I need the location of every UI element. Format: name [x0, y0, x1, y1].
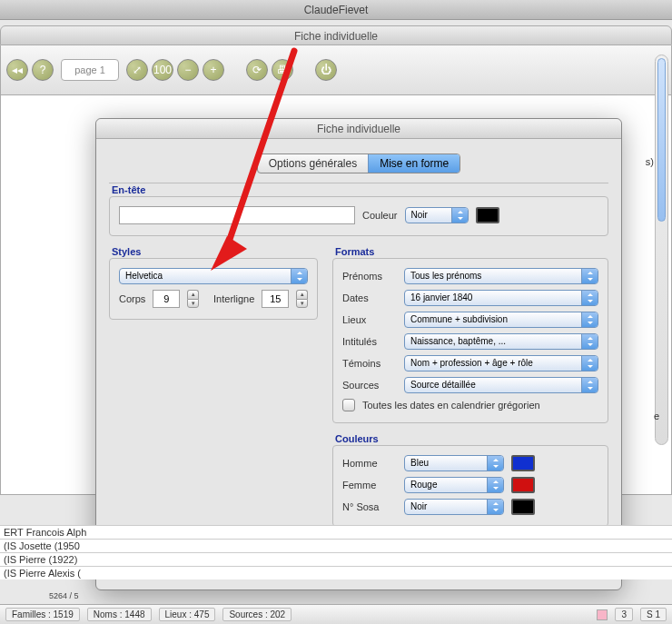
corps-input[interactable] — [153, 290, 180, 308]
print-button[interactable]: 🖶 — [272, 59, 293, 81]
entete-couleur-select[interactable]: Noir — [405, 207, 469, 223]
couleur-femme-select[interactable]: Rouge — [404, 477, 504, 493]
format-row-label: Témoins — [342, 358, 397, 369]
entete-legend: En-tête — [112, 184, 145, 195]
entete-couleur-label: Couleur — [362, 210, 398, 221]
fieldset-couleurs: Couleurs HommeBleu FemmeRouge N° SosaNoi… — [332, 445, 608, 527]
list-item[interactable]: (IS Josette (1950 — [0, 539, 672, 552]
gregorian-label: Toutes les dates en calendrier grégorien — [362, 400, 540, 411]
couleur-homme-select[interactable]: Bleu — [404, 455, 504, 471]
side-fragment-s: s) — [646, 156, 654, 167]
help-button[interactable]: ? — [32, 59, 54, 81]
dialog-tabbar: Options générales Mise en forme — [96, 154, 621, 173]
zoom-out-button[interactable]: − — [177, 59, 199, 81]
couleur-femme-swatch[interactable] — [511, 477, 535, 493]
zoom-in-button[interactable]: + — [203, 59, 224, 81]
status-col-a: 3 — [615, 608, 633, 621]
couleurs-legend: Couleurs — [335, 433, 379, 444]
format-row-label: Intitulés — [342, 336, 397, 347]
format-lieux-select[interactable]: Commune + subdivision — [404, 312, 598, 328]
power-button[interactable]: ⏻ — [315, 59, 337, 81]
list-item[interactable]: (IS Pierre Alexis ( — [0, 566, 672, 579]
status-lieux: Lieux : 475 — [159, 608, 216, 621]
interligne-label: Interligne — [213, 293, 254, 304]
status-sources: Sources : 202 — [222, 608, 292, 621]
format-row-label: Lieux — [342, 314, 397, 325]
dialog-title: Fiche individuelle — [96, 119, 621, 139]
nav-first-button[interactable]: ◂◂ — [6, 59, 28, 81]
zoom-100-button[interactable]: 100 — [152, 59, 173, 81]
format-intitules-select[interactable]: Naissance, baptême, ... — [404, 333, 598, 350]
fieldset-formats: Formats PrénomsTous les prénoms Dates16 … — [332, 258, 608, 423]
window-titlebar: Fiche individuelle — [0, 25, 672, 45]
main-toolbar: ◂◂ ? page 1 ⤢ 100 − + ⟳ 🖶 ⏻ — [0, 45, 672, 95]
couleur-row-label: Femme — [342, 480, 397, 490]
styles-legend: Styles — [112, 246, 141, 257]
zoom-fit-button[interactable]: ⤢ — [126, 59, 148, 81]
status-familles: Familles : 1519 — [5, 608, 80, 621]
refresh-button[interactable]: ⟳ — [246, 59, 268, 81]
fieldset-styles: Styles Helvetica Corps ▴▾ Interligne ▴▾ — [109, 258, 318, 320]
print-settings-dialog: Fiche individuelle Options générales Mis… — [95, 118, 622, 590]
list-count: 5264 / 5 — [49, 591, 79, 600]
status-color-chip — [597, 609, 608, 620]
couleur-sosa-swatch[interactable] — [511, 499, 535, 515]
entete-input[interactable] — [119, 206, 355, 224]
format-temoins-select[interactable]: Nom + profession + âge + rôle — [404, 355, 598, 371]
format-row-label: Sources — [342, 380, 397, 391]
interligne-stepper[interactable]: ▴▾ — [296, 290, 308, 308]
vertical-scrollbar[interactable] — [655, 54, 668, 445]
fieldset-entete: En-tête Couleur Noir — [109, 196, 608, 236]
page-input[interactable]: page 1 — [61, 59, 119, 81]
tab-format[interactable]: Mise en forme — [368, 154, 460, 173]
formats-legend: Formats — [335, 246, 374, 257]
entete-couleur-swatch[interactable] — [476, 207, 499, 223]
format-row-label: Prénoms — [342, 271, 397, 282]
side-fragment-e: e — [654, 411, 659, 421]
format-sources-select[interactable]: Source détaillée — [404, 377, 598, 393]
format-prenoms-select[interactable]: Tous les prénoms — [404, 268, 598, 284]
status-noms: Noms : 1448 — [87, 608, 152, 621]
app-titlebar: ClaudeFievet — [0, 0, 672, 20]
couleur-row-label: Homme — [342, 458, 397, 469]
format-row-label: Dates — [342, 292, 397, 303]
dialog-separator — [109, 183, 608, 183]
format-dates-select[interactable]: 16 janvier 1840 — [404, 290, 598, 306]
gregorian-checkbox[interactable] — [342, 399, 355, 411]
font-select[interactable]: Helvetica — [119, 268, 308, 284]
statusbar: Familles : 1519 Noms : 1448 Lieux : 475 … — [0, 604, 672, 624]
list-item[interactable]: ERT Francois Alph — [0, 525, 672, 539]
corps-stepper[interactable]: ▴▾ — [187, 290, 199, 308]
tab-general[interactable]: Options générales — [258, 154, 368, 173]
couleur-sosa-select[interactable]: Noir — [404, 499, 504, 515]
status-col-b: S 1 — [640, 608, 667, 621]
couleur-row-label: N° Sosa — [342, 501, 397, 512]
couleur-homme-swatch[interactable] — [511, 455, 535, 471]
corps-label: Corps — [119, 293, 145, 304]
scrollbar-thumb[interactable] — [657, 58, 666, 222]
bg-person-list: ERT Francois Alph (IS Josette (1950 (IS … — [0, 525, 672, 579]
interligne-input[interactable] — [262, 290, 289, 308]
list-item[interactable]: (IS Pierre (1922) — [0, 552, 672, 566]
